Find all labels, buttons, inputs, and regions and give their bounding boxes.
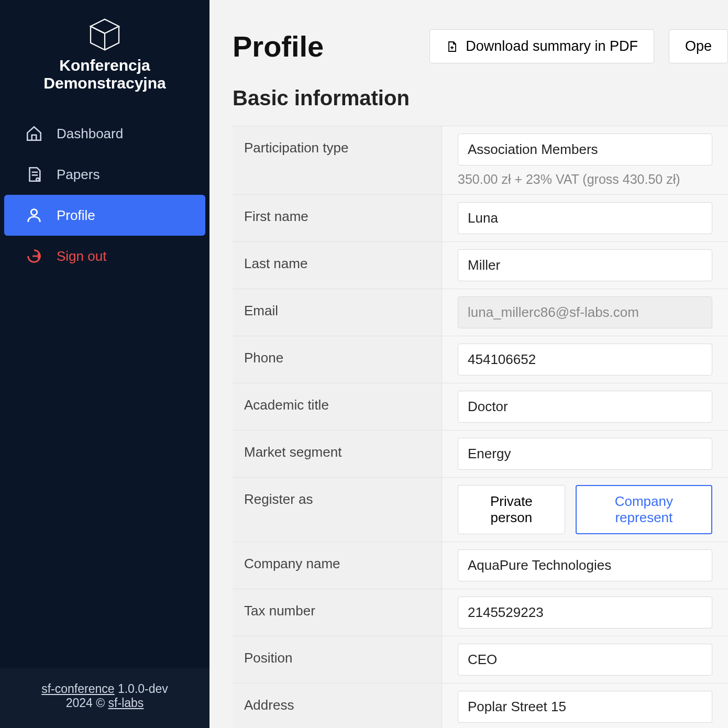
footer-copyright: © — [96, 696, 105, 710]
email-input — [458, 296, 712, 328]
label-market-segment: Market segment — [233, 431, 442, 477]
brand-line-1: Konferencja — [59, 57, 150, 74]
company-name-input[interactable] — [458, 549, 712, 581]
sidebar-nav: Dashboard Papers Profile Sign out — [0, 113, 209, 277]
last-name-input[interactable] — [458, 249, 712, 281]
label-participation-type: Participation type — [233, 126, 442, 194]
label-last-name: Last name — [233, 242, 442, 289]
page-title: Profile — [233, 29, 324, 63]
sidebar-item-dashboard[interactable]: Dashboard — [0, 113, 209, 154]
signout-icon — [25, 247, 43, 265]
position-input[interactable] — [458, 644, 712, 676]
footer-company-link[interactable]: sf-labs — [108, 696, 144, 710]
sidebar-item-label: Papers — [57, 167, 100, 183]
label-address: Address — [233, 683, 442, 728]
label-company-name: Company name — [233, 542, 442, 589]
register-as-toggle: Private person Company represent — [458, 485, 712, 534]
label-email: Email — [233, 289, 442, 336]
register-as-private-button[interactable]: Private person — [458, 485, 565, 534]
document-icon — [25, 166, 43, 183]
label-tax-number: Tax number — [233, 589, 442, 636]
register-as-company-button[interactable]: Company represent — [576, 485, 712, 534]
basic-info-form: Participation type 350.00 zł + 23% VAT (… — [233, 126, 728, 728]
sidebar-footer: sf-conference 1.0.0-dev 2024 © sf-labs — [0, 668, 209, 728]
participation-type-select[interactable] — [458, 134, 712, 166]
open-button-partial[interactable]: Ope — [669, 29, 728, 63]
page-header: Profile Download summary in PDF Ope — [233, 29, 728, 63]
svg-point-2 — [36, 178, 39, 181]
footer-product-link[interactable]: sf-conference — [41, 682, 114, 696]
sidebar-item-label: Sign out — [57, 248, 106, 264]
section-basic-info: Basic information — [233, 86, 728, 110]
sidebar-item-profile[interactable]: Profile — [4, 195, 205, 236]
label-academic-title: Academic title — [233, 383, 442, 430]
sidebar-brand: Konferencja Demonstracyjna — [0, 0, 209, 113]
footer-year: 2024 — [66, 696, 93, 710]
sidebar: Konferencja Demonstracyjna Dashboard Pap… — [0, 0, 209, 728]
sidebar-item-papers[interactable]: Papers — [0, 154, 209, 195]
market-segment-select[interactable] — [458, 438, 712, 470]
svg-point-3 — [31, 209, 37, 215]
download-pdf-button[interactable]: Download summary in PDF — [429, 29, 654, 63]
sidebar-item-label: Dashboard — [57, 126, 123, 142]
label-first-name: First name — [233, 195, 442, 241]
participation-price-hint: 350.00 zł + 23% VAT (gross 430.50 zł) — [458, 172, 712, 187]
open-button-label: Ope — [685, 38, 712, 54]
main-content: Profile Download summary in PDF Ope Basi… — [209, 0, 728, 728]
brand-line-2: Demonstracyjna — [43, 74, 166, 92]
home-icon — [25, 125, 43, 142]
pdf-icon — [446, 40, 458, 53]
address-input[interactable] — [458, 691, 712, 723]
user-icon — [25, 206, 43, 224]
phone-input[interactable] — [458, 344, 712, 376]
tax-number-input[interactable] — [458, 597, 712, 628]
download-pdf-label: Download summary in PDF — [466, 38, 638, 54]
cube-icon — [86, 16, 124, 53]
sidebar-item-signout[interactable]: Sign out — [0, 236, 209, 277]
label-phone: Phone — [233, 336, 442, 383]
label-register-as: Register as — [233, 478, 442, 542]
first-name-input[interactable] — [458, 202, 712, 234]
sidebar-item-label: Profile — [57, 207, 95, 224]
academic-title-select[interactable] — [458, 391, 712, 423]
label-position: Position — [233, 636, 442, 683]
footer-version: 1.0.0-dev — [118, 682, 168, 696]
